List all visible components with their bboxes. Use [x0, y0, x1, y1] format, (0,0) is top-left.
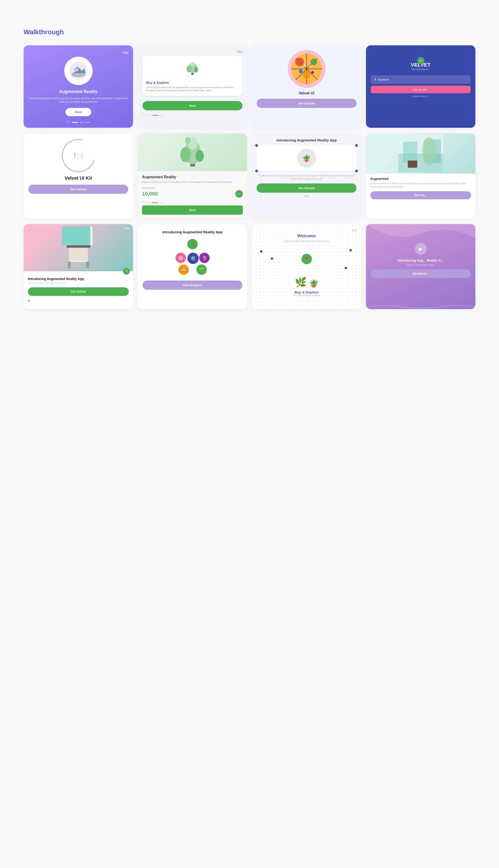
- center-icon-bubble: ⚙️: [187, 253, 199, 264]
- velvet-kit-title: Velvet UI Kit: [65, 175, 92, 181]
- ar2-description: Create a comfort zone right in your phon…: [142, 181, 243, 184]
- card-video-ar: ▶ Introducing Aug... Reality A... Create…: [366, 224, 475, 309]
- right-icon-bubble: 🍃: [199, 253, 209, 263]
- skip-button-11[interactable]: Skip: [352, 229, 356, 232]
- welcome-subtitle: Ease find objects with Interactive map o…: [284, 240, 329, 242]
- page-number-1: 01: [67, 121, 70, 123]
- card-velvet-fruit: Velvet UI Get Started: [252, 45, 361, 128]
- ar-description: Self-learning program itself recognizes …: [28, 97, 128, 104]
- ar2-title: Augmented Reality: [142, 175, 243, 179]
- plant-icon: [184, 61, 201, 77]
- room-image: [366, 134, 475, 174]
- nav-dot: [28, 300, 30, 302]
- dish-circle-image: 🍽️: [56, 134, 101, 178]
- corner-dot-br: [355, 169, 358, 172]
- already-link: Already have an...: [412, 95, 429, 98]
- card-intro-ar: Introducing Augmented Reality App 🪴 Crea…: [252, 134, 361, 218]
- card-velvet-kit: 🍽️ Velvet UI Kit Get Started: [24, 134, 133, 218]
- buy-explore-title: Buy & Explore: [294, 290, 319, 294]
- velvet-ui-title: Velvet UI: [299, 91, 315, 96]
- svg-point-19: [311, 71, 314, 74]
- add-button[interactable]: +: [235, 190, 243, 198]
- bottom-right-icon-bubble: 🌱: [196, 264, 207, 275]
- welcome-title: Welcome: [297, 234, 316, 239]
- map-dot-1: [260, 250, 263, 253]
- chair-icon: [62, 226, 95, 269]
- skip-button-2[interactable]: Skip: [237, 50, 242, 53]
- green-badge-icon: 🌱: [123, 268, 130, 275]
- video-ar-title: Introducing Aug... Reality A...: [398, 259, 443, 262]
- velvet-subtitle: The new way of...: [411, 68, 430, 71]
- get-started-button-9[interactable]: Get Started: [28, 287, 129, 296]
- svg-point-9: [191, 62, 194, 66]
- virtual-label: Virtual objects: [142, 187, 243, 189]
- svg-rect-30: [403, 142, 417, 163]
- svg-point-17: [303, 71, 311, 79]
- card-augmented: Augmented Create a comfort zone right in…: [366, 134, 475, 218]
- buy-title: Buy & Explore: [146, 81, 239, 85]
- intro-ar-title: Introducing Augmented Reality App: [277, 138, 337, 142]
- next-button-6[interactable]: Next: [142, 205, 243, 215]
- plant-1-icon: 🌿: [295, 277, 307, 288]
- card-buy-explore: Skip Buy & Explore Aloe is a genus nativ…: [138, 45, 247, 128]
- svg-point-7: [187, 66, 191, 72]
- svg-point-15: [295, 58, 304, 66]
- plant-top-image: [138, 134, 247, 171]
- card-ar-purple: Skip Augmented Reality Self-learning pro…: [24, 45, 133, 128]
- next-button-2[interactable]: Next: [143, 101, 242, 110]
- svg-point-20: [303, 64, 305, 66]
- map-dot-4: [345, 267, 347, 269]
- skip-button-7[interactable]: Skip: [304, 194, 309, 198]
- icons-cluster: ⚙️ 🌿 🌸 🍃 🏠 🌱: [174, 239, 211, 277]
- svg-point-32: [422, 137, 436, 165]
- svg-rect-33: [408, 161, 417, 168]
- svg-point-21: [309, 66, 311, 67]
- svg-rect-40: [86, 261, 89, 268]
- get-started-button-12[interactable]: Get Starte...: [371, 269, 471, 278]
- svg-point-24: [180, 147, 191, 162]
- page-indicator-6: [146, 202, 163, 203]
- card-welcome: Skip Welcome Ease find objects with Inte…: [252, 224, 361, 309]
- chair-image: Skip 🌱: [24, 224, 133, 271]
- plant-2-icon: 🪴: [309, 279, 318, 288]
- chair-content: Introducing Augmented Reality App Create…: [24, 271, 133, 307]
- get-started-button-5[interactable]: Get Started: [28, 185, 128, 194]
- page-indicator-1: [72, 122, 90, 123]
- skip-button-9[interactable]: Skip: [125, 227, 130, 230]
- next-button-1[interactable]: Next: [65, 108, 91, 116]
- page-number-6: 11: [142, 200, 145, 203]
- get-started-button-8[interactable]: Get Sta...: [370, 191, 471, 199]
- page-title: Walkthrough: [24, 28, 475, 36]
- card-velvet-dark: UI VELVET The new way of... f Facebook S…: [366, 45, 475, 128]
- augmented-description: Create a comfort zone right in your phon…: [370, 182, 471, 188]
- get-started-button-3[interactable]: Get Started: [257, 99, 356, 108]
- start-explore-button[interactable]: Start Explore: [143, 280, 242, 290]
- wave-top: [366, 224, 475, 246]
- augmented-title: Augmented: [370, 177, 471, 181]
- card-chair: Skip 🌱 Introducing Augmented Reality App…: [24, 224, 133, 309]
- svg-rect-39: [68, 261, 71, 268]
- page-number-2: 11: [143, 113, 145, 115]
- icons-ar-title: Introducing Augmented Reality App: [162, 230, 222, 235]
- map-dot-2: [271, 257, 273, 260]
- plants-display: 🌿 🪴: [257, 277, 356, 288]
- intro-ar-description: Create a comfort zone right in your phon…: [257, 174, 356, 181]
- ar-landscape-icon: [69, 61, 88, 80]
- facebook-button[interactable]: f Facebook: [371, 75, 471, 84]
- vase-icon: 🪴: [297, 149, 316, 168]
- video-ar-description: Create a comfort power right...: [406, 264, 435, 266]
- corner-dot-tl: [255, 144, 258, 147]
- svg-point-27: [185, 137, 191, 144]
- ar-circle-image: [64, 57, 93, 85]
- svg-point-25: [195, 150, 204, 162]
- fruit-pie-icon: [290, 52, 323, 86]
- svg-rect-35: [62, 226, 90, 246]
- card-ar2-content: Augmented Reality Create a comfort zone …: [138, 171, 247, 218]
- get-started-button-7[interactable]: Get Started: [257, 184, 356, 193]
- augmented-content: Augmented Create a comfort zone right in…: [366, 174, 475, 203]
- bottom-left-icon-bubble: 🏠: [178, 264, 189, 275]
- room-icon: [398, 135, 443, 172]
- signup-button[interactable]: Sign up with...: [371, 86, 471, 93]
- svg-point-18: [299, 70, 303, 73]
- skip-button-1[interactable]: Skip: [123, 51, 128, 54]
